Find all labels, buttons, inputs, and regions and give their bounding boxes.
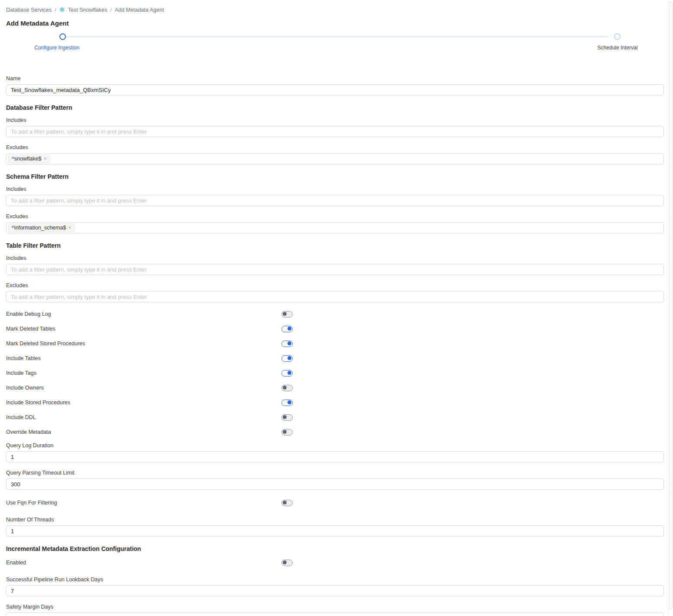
table-excludes-label: Excludes xyxy=(6,282,664,288)
toggle-knob xyxy=(287,356,291,360)
query-parsing-timeout-group: Query Parsing Timeout Limit xyxy=(6,470,664,490)
query-log-duration-label: Query Log Duration xyxy=(6,442,664,449)
include-ddl-toggle[interactable] xyxy=(281,414,293,421)
include-stored-procedures-toggle[interactable] xyxy=(281,400,293,406)
add-metadata-agent-page: Database Services / ❄ Test Snowflakes / … xyxy=(0,0,673,616)
table-filter-pattern-heading: Table Filter Pattern xyxy=(6,242,664,249)
include-tags-row: Include Tags xyxy=(6,369,664,377)
scrollbar-thumb[interactable] xyxy=(669,2,673,609)
database-includes-label: Includes xyxy=(6,117,664,123)
database-filter-pattern-heading: Database Filter Pattern xyxy=(6,104,664,111)
toggle-knob xyxy=(283,386,287,390)
number-of-threads-input[interactable] xyxy=(6,525,664,537)
database-excludes-label: Excludes xyxy=(6,144,664,151)
table-includes-group: Includes xyxy=(6,255,664,275)
toggle-knob xyxy=(283,560,287,564)
mark-deleted-tables-toggle[interactable] xyxy=(281,326,293,332)
use-fqn-for-filtering-toggle[interactable] xyxy=(281,500,293,506)
include-ddl-label: Include DDL xyxy=(6,414,281,420)
remove-chip-icon[interactable]: × xyxy=(68,225,71,230)
database-excludes-group: Excludes ^snowflake$ × xyxy=(6,144,664,164)
mark-deleted-stored-procedures-row: Mark Deleted Stored Procedures xyxy=(6,339,664,348)
enable-debug-log-label: Enable Debug Log xyxy=(6,311,281,317)
page-title: Add Metadata Agent xyxy=(6,20,664,27)
step-schedule-interval-circle xyxy=(614,33,621,40)
scrollbar-track xyxy=(668,0,673,616)
stepper-line xyxy=(61,36,608,37)
breadcrumb-service-name[interactable]: Test Snowflakes xyxy=(68,7,107,13)
filter-chip: ^information_schema$ × xyxy=(8,223,75,232)
lookback-days-input[interactable] xyxy=(6,585,664,596)
toggle-knob xyxy=(287,371,291,375)
breadcrumb: Database Services / ❄ Test Snowflakes / … xyxy=(6,6,664,14)
boolean-options-block: Enable Debug Log Mark Deleted Tables Mar… xyxy=(6,310,664,436)
schema-excludes-label: Excludes xyxy=(6,213,664,220)
use-fqn-for-filtering-label: Use Fqn For Filtering xyxy=(6,500,281,506)
include-owners-label: Include Owners xyxy=(6,385,281,391)
database-includes-input[interactable] xyxy=(6,126,664,137)
override-metadata-row: Override Metadata xyxy=(6,428,664,436)
incremental-enabled-row: Enabled xyxy=(6,558,664,567)
mark-deleted-stored-procedures-label: Mark Deleted Stored Procedures xyxy=(6,341,281,347)
step-configure-ingestion-circle xyxy=(59,33,66,40)
include-tables-toggle[interactable] xyxy=(281,355,293,362)
breadcrumb-database-services[interactable]: Database Services xyxy=(6,7,52,13)
remove-chip-icon[interactable]: × xyxy=(43,156,46,161)
filter-chip-text: ^snowflake$ xyxy=(12,155,41,162)
breadcrumb-separator: / xyxy=(110,7,111,13)
name-field-group: Name xyxy=(6,75,664,95)
toggle-knob xyxy=(283,501,287,505)
table-excludes-input[interactable] xyxy=(6,291,664,302)
query-parsing-timeout-label: Query Parsing Timeout Limit xyxy=(6,470,664,476)
query-log-duration-group: Query Log Duration xyxy=(6,442,664,462)
toggle-knob xyxy=(287,400,291,404)
schema-includes-label: Includes xyxy=(6,186,664,192)
include-owners-row: Include Owners xyxy=(6,383,664,392)
safety-margin-days-input[interactable] xyxy=(6,613,664,616)
step-schedule-interval-label: Schedule Interval xyxy=(598,45,638,51)
breadcrumb-current: Add Metadata Agent xyxy=(115,7,164,13)
toggle-knob xyxy=(283,415,287,419)
number-of-threads-label: Number Of Threads xyxy=(6,517,664,523)
include-stored-procedures-row: Include Stored Procedures xyxy=(6,398,664,407)
name-input[interactable] xyxy=(6,84,664,95)
override-metadata-label: Override Metadata xyxy=(6,429,281,435)
filter-chip-text: ^information_schema$ xyxy=(12,224,66,231)
name-label: Name xyxy=(6,75,664,82)
step-configure-ingestion-label: Configure Ingestion xyxy=(34,45,79,51)
metadata-agent-form: Name Database Filter Pattern Includes Ex… xyxy=(6,75,664,616)
mark-deleted-stored-procedures-toggle[interactable] xyxy=(281,341,293,347)
snowflake-icon: ❄ xyxy=(59,7,65,13)
lookback-days-group: Successful Pipeline Run Lookback Days xyxy=(6,577,664,596)
incremental-enabled-label: Enabled xyxy=(6,560,281,566)
enable-debug-log-row: Enable Debug Log xyxy=(6,310,664,318)
schema-includes-group: Includes xyxy=(6,186,664,206)
table-includes-label: Includes xyxy=(6,255,664,261)
include-tables-row: Include Tables xyxy=(6,354,664,363)
lookback-days-label: Successful Pipeline Run Lookback Days xyxy=(6,577,664,583)
table-excludes-group: Excludes xyxy=(6,282,664,302)
query-log-duration-input[interactable] xyxy=(6,451,664,462)
include-tags-label: Include Tags xyxy=(6,370,281,376)
include-tables-label: Include Tables xyxy=(6,355,281,361)
include-stored-procedures-label: Include Stored Procedures xyxy=(6,400,281,406)
safety-margin-days-group: Safety Margin Days xyxy=(6,604,664,616)
filter-chip: ^snowflake$ × xyxy=(8,154,50,163)
query-parsing-timeout-input[interactable] xyxy=(6,478,664,490)
breadcrumb-separator: / xyxy=(55,7,56,13)
toggle-knob xyxy=(283,312,287,316)
incremental-enabled-toggle[interactable] xyxy=(281,560,293,566)
include-tags-toggle[interactable] xyxy=(281,370,293,377)
include-owners-toggle[interactable] xyxy=(281,385,293,391)
include-ddl-row: Include DDL xyxy=(6,413,664,422)
schema-includes-input[interactable] xyxy=(6,195,664,206)
mark-deleted-tables-row: Mark Deleted Tables xyxy=(6,324,664,333)
enable-debug-log-toggle[interactable] xyxy=(281,311,293,318)
override-metadata-toggle[interactable] xyxy=(281,429,293,436)
toggle-knob xyxy=(287,341,291,345)
schema-excludes-input[interactable]: ^information_schema$ × xyxy=(6,222,664,233)
schema-excludes-group: Excludes ^information_schema$ × xyxy=(6,213,664,233)
table-includes-input[interactable] xyxy=(6,264,664,275)
database-excludes-input[interactable]: ^snowflake$ × xyxy=(6,153,664,164)
toggle-knob xyxy=(283,430,287,434)
